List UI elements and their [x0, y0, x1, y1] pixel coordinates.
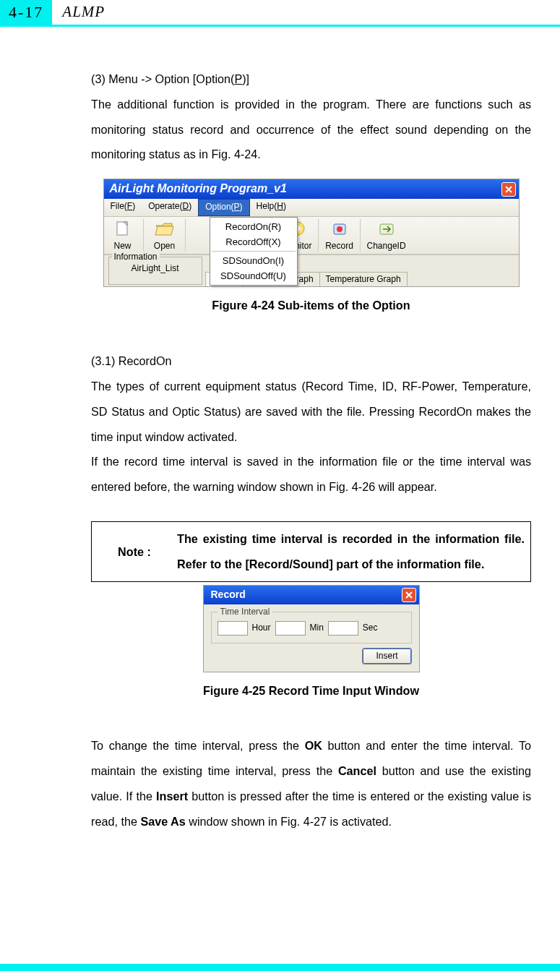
section3-heading-post: )]	[242, 72, 249, 85]
toolbar-open[interactable]: Open	[146, 217, 184, 254]
insert-button[interactable]: Insert	[362, 648, 411, 664]
menu-file-post: )	[132, 201, 135, 211]
menu-option[interactable]: Option(P)	[198, 199, 249, 216]
min-input[interactable]	[275, 621, 306, 636]
record-dialog: Record Time Interval Hour Min Sec Insert	[203, 585, 420, 672]
section3-heading-pre: (3) Menu -> Option [Option(	[91, 72, 234, 85]
toolbar-record[interactable]: Record	[321, 217, 358, 254]
menu-operate[interactable]: Operate(D)	[142, 199, 198, 216]
toolbar-new-label: New	[113, 241, 131, 252]
note-text: The existing time interval is recorded i…	[177, 522, 530, 581]
trailing-end: window shown in Fig. 4-27 is activated.	[186, 815, 392, 828]
insert-bold: Insert	[156, 790, 188, 803]
svg-point-5	[337, 226, 343, 232]
figure-4-24: AirLight Monitoring Program_v1 File(F) O…	[91, 179, 531, 318]
time-interval-fieldset: Time Interval Hour Min Sec	[211, 612, 412, 643]
menu-help[interactable]: Help(H)	[250, 199, 293, 216]
airlight-lower: Information AirLight_List Status RF Powe…	[104, 254, 519, 286]
chapter-label: ALMP	[52, 0, 105, 21]
airlight-title: AirLight Monitoring Program_v1	[110, 181, 287, 197]
dropdown-recordon[interactable]: RecordOn(R)	[210, 219, 297, 234]
section31-p1: The types of current equipment status (R…	[91, 374, 531, 449]
record-icon	[328, 219, 351, 239]
page-header: 4-17 ALMP	[0, 0, 560, 25]
page-number-badge: 4-17	[0, 0, 52, 25]
tab-temperature-graph[interactable]: Temperature Graph	[319, 272, 408, 287]
section3-body: The additional function is provided in t…	[91, 92, 531, 167]
note-box: Note : The existing time interval is rec…	[91, 521, 531, 582]
folder-open-icon	[153, 219, 176, 239]
menubar: File(F) Operate(D) Option(P) Help(H)	[104, 199, 519, 217]
note-label: Note :	[92, 522, 177, 581]
toolbar-changeid[interactable]: ChangeID	[363, 217, 410, 254]
toolbar: New Open	[104, 217, 519, 255]
time-interval-legend: Time Interval	[217, 606, 273, 618]
close-icon[interactable]	[402, 588, 416, 602]
menu-option-post: )	[240, 202, 243, 212]
dropdown-sdsoundoff[interactable]: SDSoundOff(U)	[210, 268, 297, 283]
close-icon[interactable]	[501, 182, 516, 197]
toolbar-changeid-label: ChangeID	[367, 241, 406, 252]
menu-help-post: )	[283, 201, 286, 211]
information-panel: Information AirLight_List	[108, 257, 202, 285]
menu-file[interactable]: File(F)	[104, 199, 142, 216]
dropdown-sdsoundon[interactable]: SDSoundOn(I)	[210, 253, 297, 268]
section31-heading: (3.1) RecordOn	[91, 348, 531, 374]
toolbar-open-label: Open	[154, 241, 175, 252]
min-label: Min	[310, 622, 324, 634]
section3-heading-underlined: P	[234, 72, 242, 85]
menu-option-pre: Option(	[205, 202, 233, 212]
saveas-bold: Save As	[140, 815, 185, 828]
record-titlebar: Record	[204, 586, 419, 604]
hour-label: Hour	[252, 622, 271, 634]
record-title: Record	[211, 588, 246, 602]
figure-4-24-caption: Figure 4-24 Sub-items of the Option	[91, 293, 531, 318]
menu-operate-mnemonic: D	[183, 201, 189, 211]
menu-option-mnemonic: P	[234, 202, 240, 212]
section31-p2: If the record time interval is saved in …	[91, 449, 531, 500]
airlight-titlebar: AirLight Monitoring Program_v1	[104, 179, 519, 199]
figure-4-25-caption: Figure 4-25 Record Time Input Window	[91, 678, 531, 703]
menu-operate-post: )	[189, 201, 191, 211]
dropdown-separator	[212, 251, 296, 252]
trailing-pre: To change the time interval, press the	[91, 739, 305, 752]
dropdown-recordoff[interactable]: RecordOff(X)	[210, 234, 297, 249]
airlight-window: AirLight Monitoring Program_v1 File(F) O…	[103, 179, 520, 287]
footer-divider	[0, 964, 560, 971]
trailing-paragraph: To change the time interval, press the O…	[91, 733, 531, 834]
toolbar-separator	[143, 219, 145, 252]
figure-4-25: Record Time Interval Hour Min Sec Insert	[91, 585, 531, 703]
information-legend: Information	[112, 252, 160, 263]
menu-help-pre: Help(	[257, 201, 277, 211]
section3-heading: (3) Menu -> Option [Option(P)]	[91, 67, 531, 92]
cancel-bold: Cancel	[338, 764, 376, 777]
toolbar-separator	[318, 219, 319, 252]
sec-label: Sec	[363, 622, 378, 634]
toolbar-separator	[360, 219, 361, 252]
option-dropdown: RecordOn(R) RecordOff(X) SDSoundOn(I) SD…	[210, 217, 298, 286]
menu-operate-pre: Operate(	[148, 201, 182, 211]
changeid-icon	[375, 219, 398, 239]
sec-input[interactable]	[328, 621, 358, 636]
hour-input[interactable]	[217, 621, 248, 636]
new-file-icon	[111, 219, 134, 239]
toolbar-new[interactable]: New	[104, 217, 142, 254]
toolbar-separator	[185, 219, 186, 252]
ok-bold: OK	[305, 739, 322, 752]
menu-help-mnemonic: H	[277, 201, 283, 211]
toolbar-record-label: Record	[325, 241, 353, 252]
menu-file-pre: File(	[111, 201, 127, 211]
